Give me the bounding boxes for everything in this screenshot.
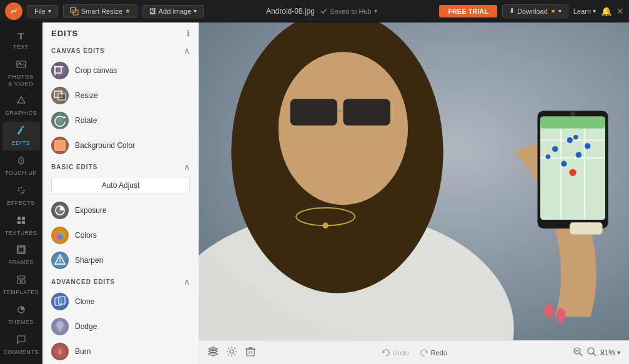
sidebar-item-frames-label: FRAMES: [8, 259, 34, 266]
bgcolor-icon: [51, 137, 69, 154]
crop-label: Crop canvas: [75, 66, 117, 75]
sidebar-item-touchup[interactable]: TOUCH UP: [2, 152, 40, 180]
sidebar-item-edits[interactable]: EDITS: [2, 122, 40, 150]
svg-rect-16: [22, 217, 25, 220]
file-label: File: [34, 7, 46, 15]
file-name: Android-08.jpg: [266, 7, 315, 16]
top-bar-center: Android-08.jpg Saved to Hub ▾: [209, 7, 434, 16]
clone-item[interactable]: Clone: [42, 289, 199, 314]
add-image-chevron-icon: ▾: [194, 7, 197, 14]
download-star-icon: ★: [550, 7, 556, 14]
download-chevron-icon: ▾: [558, 7, 562, 14]
svg-marker-81: [383, 351, 385, 353]
trash-icon[interactable]: [245, 346, 256, 360]
auto-adjust-container: Auto Adjust: [51, 177, 190, 194]
canvas-edits-toggle-icon[interactable]: ∧: [184, 46, 190, 56]
free-trial-button[interactable]: FREE TRIAL: [439, 5, 497, 17]
sharpen-item[interactable]: Sharpen: [42, 248, 199, 273]
sidebar-item-effects[interactable]: EFFECTS: [2, 182, 40, 210]
zoom-level-display: 81% ▾: [600, 348, 620, 357]
dodge-item[interactable]: Dodge: [42, 314, 199, 339]
crop-canvas-item[interactable]: Crop canvas: [42, 58, 199, 83]
bottom-right: 81% ▾: [573, 347, 620, 359]
close-icon[interactable]: ✕: [617, 6, 624, 16]
zoom-reset-button[interactable]: [587, 347, 597, 359]
sharpen-label: Sharpen: [75, 256, 103, 265]
smart-resize-star-icon: ★: [125, 7, 131, 14]
basic-edits-header: BASIC EDITS ∧: [42, 158, 199, 174]
canvas-image: [199, 22, 629, 340]
bottom-left: [207, 346, 256, 360]
main-area: T TEXT PHOTOS& VIDEO GRAPHICS EDITS TO: [0, 22, 629, 364]
layers-icon[interactable]: [207, 346, 219, 360]
canvas-edits-label: CANVAS EDITS: [51, 47, 105, 54]
textures-icon: [16, 215, 26, 228]
basic-edits-toggle-icon[interactable]: ∧: [184, 162, 190, 172]
top-bar-right: FREE TRIAL ⬇ Download ★ ▾ Learn ▾ 🔔 ✕: [439, 4, 624, 17]
sidebar-item-edits-label: EDITS: [12, 140, 30, 147]
rotate-icon: [51, 112, 69, 129]
resize-label: Resize: [75, 91, 98, 100]
svg-rect-25: [55, 67, 61, 73]
svg-point-50: [279, 52, 408, 205]
sidebar-item-themes[interactable]: THEMES: [2, 301, 40, 330]
colors-item[interactable]: Colors: [42, 223, 199, 248]
sidebar-item-textures[interactable]: TEXTURES: [2, 212, 40, 240]
saved-chevron-icon: ▾: [374, 7, 377, 14]
exposure-item[interactable]: Exposure: [42, 198, 199, 223]
effects-icon: [16, 185, 26, 198]
sidebar-item-text[interactable]: T TEXT: [2, 27, 40, 54]
canvas-main[interactable]: [199, 22, 629, 340]
zoom-out-button[interactable]: [573, 347, 583, 359]
svg-point-55: [322, 222, 328, 228]
sidebar-item-photos[interactable]: PHOTOS& VIDEO: [2, 56, 40, 91]
sidebar-item-comments-label: COMMENTS: [3, 349, 39, 356]
zoom-chevron-icon[interactable]: ▾: [617, 349, 620, 356]
svg-rect-73: [570, 222, 602, 234]
rotate-item[interactable]: Rotate: [42, 108, 199, 133]
svg-rect-51: [290, 99, 337, 125]
undo-button[interactable]: Undo: [382, 348, 409, 357]
settings-icon[interactable]: [226, 346, 237, 360]
saved-status: Saved to Hub ▾: [320, 7, 377, 15]
svg-rect-17: [17, 221, 21, 224]
download-button[interactable]: ⬇ Download ★ ▾: [502, 4, 568, 17]
sidebar-item-touchup-label: TOUCH UP: [5, 170, 37, 177]
bgcolor-item[interactable]: Background Color: [42, 133, 199, 158]
file-menu-button[interactable]: File ▾: [27, 5, 58, 17]
add-image-button[interactable]: 🖼 Add image ▾: [142, 5, 204, 17]
svg-marker-30: [64, 116, 66, 118]
burn-item[interactable]: Burn: [42, 339, 199, 364]
exposure-label: Exposure: [75, 206, 107, 215]
add-image-label: Add image: [159, 7, 192, 15]
svg-rect-21: [17, 276, 25, 278]
svg-point-68: [561, 161, 567, 167]
svg-rect-15: [17, 217, 21, 220]
resize-item[interactable]: Resize: [42, 83, 199, 108]
basic-edits-label: BASIC EDITS: [51, 164, 97, 170]
file-chevron-icon: ▾: [48, 7, 51, 14]
bgcolor-label: Background Color: [75, 141, 135, 150]
svg-point-72: [570, 111, 575, 116]
svg-point-65: [567, 137, 573, 143]
smart-resize-label: Smart Resize: [81, 7, 122, 15]
learn-button[interactable]: Learn ▾: [573, 7, 596, 15]
svg-rect-29: [58, 94, 66, 100]
redo-button[interactable]: Redo: [420, 348, 447, 357]
svg-marker-5: [17, 97, 25, 103]
sidebar-item-comments[interactable]: COMMENTS: [2, 331, 40, 360]
rotate-label: Rotate: [75, 116, 97, 125]
svg-line-14: [22, 192, 24, 193]
sidebar-item-frames[interactable]: FRAMES: [2, 241, 40, 270]
clone-icon: [51, 293, 69, 310]
edits-panel-info-icon[interactable]: ℹ: [187, 29, 190, 38]
colors-label: Colors: [75, 231, 97, 240]
sidebar-item-templates[interactable]: TEMPLATES: [2, 271, 40, 300]
canvas-area: Undo Redo 81% ▾: [199, 22, 629, 364]
undo-redo-controls: Undo Redo: [382, 348, 447, 357]
auto-adjust-button[interactable]: Auto Adjust: [51, 177, 190, 194]
notifications-icon[interactable]: 🔔: [601, 6, 612, 16]
sidebar-item-graphics[interactable]: GRAPHICS: [2, 92, 40, 121]
advanced-edits-toggle-icon[interactable]: ∧: [184, 277, 190, 287]
smart-resize-button[interactable]: Smart Resize ★: [63, 4, 137, 18]
